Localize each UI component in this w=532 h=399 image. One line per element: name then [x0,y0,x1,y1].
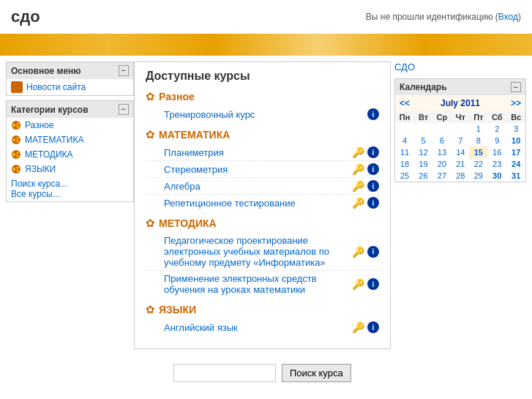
cal-day-14[interactable]: 14 [452,146,469,158]
cat-method-link[interactable]: МЕТОДИКА [25,149,73,160]
cal-day-22[interactable]: 22 [469,158,487,170]
sidebar-cat-languages[interactable]: ЯЗЫКИ [7,162,133,176]
category-method: ✿ МЕТОДИКА Педагогическое проектирование… [146,217,379,297]
calendar-prev[interactable]: << [400,98,410,108]
cal-day-26[interactable]: 26 [414,170,432,182]
category-math-title[interactable]: МАТЕМАТИКА [159,129,230,141]
key-icon: 🔑 [352,197,364,209]
sidebar-item-news[interactable]: Новости сайта [7,79,133,95]
cal-day-11[interactable]: 11 [395,146,414,158]
course-planimetry-link[interactable]: Планиметрия [164,147,352,158]
cal-day-9[interactable]: 9 [487,135,506,146]
course-item: Английский язык 🔑 i [146,319,379,335]
info-icon[interactable]: i [367,246,379,258]
cal-header-mon: Пн [395,111,414,123]
cat-languages-link[interactable]: ЯЗЫКИ [25,164,56,174]
categories-collapse[interactable]: − [119,104,129,115]
sidebar-categories: Категории курсов − Разное МАТЕМАТИКА МЕ [6,100,134,202]
cal-day-2[interactable]: 2 [487,123,506,135]
svg-point-7 [17,141,19,143]
cal-day-24[interactable]: 24 [506,158,525,170]
cal-day-empty [432,123,452,135]
main-menu-collapse[interactable]: − [119,65,129,76]
info-icon[interactable]: i [367,163,379,175]
cal-day-17[interactable]: 17 [506,146,525,158]
sidebar-cat-math[interactable]: МАТЕМАТИКА [7,133,133,147]
cal-day-31[interactable]: 31 [506,170,525,182]
cal-day-1[interactable]: 1 [469,123,487,135]
cal-day-12[interactable]: 12 [414,146,432,158]
cal-day-19[interactable]: 19 [414,158,432,170]
category-method-title[interactable]: МЕТОДИКА [159,217,217,229]
category-raznoye-header: ✿ Разное [146,90,379,103]
cal-week-5: 25 26 27 28 29 30 31 [395,170,525,182]
cat-raznoye-icon [11,120,21,130]
course-trening-link[interactable]: Тренировочный курс [164,109,367,120]
category-languages-title[interactable]: ЯЗЫКИ [159,304,196,316]
calendar-next[interactable]: >> [511,98,521,108]
cal-day-21[interactable]: 21 [452,158,469,170]
course-english-link[interactable]: Английский язык [164,322,352,333]
cal-day-27[interactable]: 27 [432,170,452,182]
cat-math-link[interactable]: МАТЕМАТИКА [25,135,83,145]
cal-day-7[interactable]: 7 [452,135,469,146]
svg-point-14 [17,167,19,169]
course-trening-icons: i [367,108,379,120]
info-icon[interactable]: i [367,108,379,120]
course-electronic-link[interactable]: Применение электронных средств обучения … [164,273,352,295]
cal-day-5[interactable]: 5 [414,135,432,146]
calendar-label: Календарь [400,82,447,92]
cal-day-8[interactable]: 8 [469,135,487,146]
info-icon[interactable]: i [367,146,379,158]
info-icon[interactable]: i [367,180,379,192]
header: сдо Вы не прошли идентификацию (Вход) [0,0,532,34]
cal-day-4[interactable]: 4 [395,135,414,146]
course-stereo-link[interactable]: Стереометрия [164,164,352,175]
calendar-collapse[interactable]: − [511,82,521,92]
categories-header: Категории курсов − [7,101,133,118]
course-pedagogy-link[interactable]: Педагогическое проектирование электронны… [164,235,352,268]
cal-day-6[interactable]: 6 [432,135,452,146]
cal-day-15-today[interactable]: 15 [469,146,487,158]
info-icon[interactable]: i [367,321,379,333]
key-icon: 🔑 [352,278,364,290]
cal-day-23[interactable]: 23 [487,158,506,170]
course-repetition-icons: 🔑 i [352,197,379,209]
cal-day-29[interactable]: 29 [469,170,487,182]
info-icon[interactable]: i [367,197,379,209]
cal-day-30[interactable]: 30 [487,170,506,182]
cal-day-3[interactable]: 3 [506,123,525,135]
page-title: Доступные курсы [146,70,379,83]
svg-point-5 [12,138,15,141]
category-method-star: ✿ [146,217,155,230]
cal-day-16[interactable]: 16 [487,146,506,158]
cal-week-3: 11 12 13 14 15 16 17 [395,146,525,158]
all-courses-link[interactable]: Все курсы... [11,189,129,199]
news-link[interactable]: Новости сайта [26,82,86,92]
cal-header-fri: Пт [469,111,487,123]
cal-day-13[interactable]: 13 [432,146,452,158]
cal-day-20[interactable]: 20 [432,158,452,170]
sidebar-cat-method[interactable]: МЕТОДИКА [7,147,133,162]
cat-raznoye-link[interactable]: Разное [25,120,54,130]
course-repetition-link[interactable]: Репетиционное тестирование [164,198,352,209]
breadcrumb-link[interactable]: СДО [394,61,415,72]
cal-day-18[interactable]: 18 [395,158,414,170]
course-item: Репетиционное тестирование 🔑 i [146,195,379,211]
search-button[interactable]: Поиск курса [282,364,351,382]
main-menu-label: Основное меню [11,66,81,76]
cal-header-wed: Ср [432,111,452,123]
cal-day-28[interactable]: 28 [452,170,469,182]
course-algebra-link[interactable]: Алгебра [164,181,352,192]
course-planimetry-icons: 🔑 i [352,146,379,158]
login-link[interactable]: Вход [498,12,518,22]
search-course-link[interactable]: Поиск курса... [11,179,129,189]
right-panel: СДО Календарь − << July 2011 >> Пн Вт Ср [391,61,526,393]
cal-day-25[interactable]: 25 [395,170,414,182]
search-input[interactable] [173,364,276,382]
svg-point-15 [17,170,19,172]
cal-day-10[interactable]: 10 [506,135,525,146]
category-raznoye-title[interactable]: Разное [159,91,195,102]
sidebar-cat-raznoye[interactable]: Разное [7,118,133,133]
info-icon[interactable]: i [367,278,379,290]
